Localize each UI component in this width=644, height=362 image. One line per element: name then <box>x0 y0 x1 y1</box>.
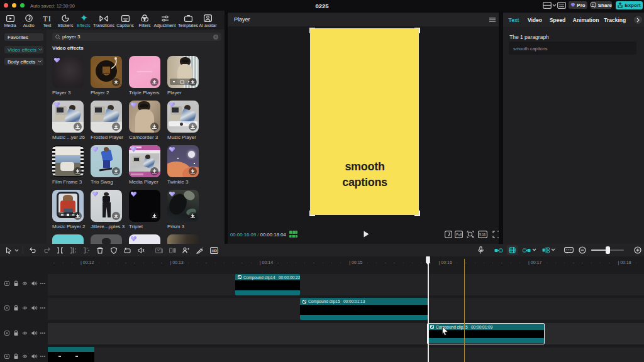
svg-text:Full: Full <box>456 233 462 236</box>
svg-text:9:16: 9:16 <box>479 233 486 236</box>
svg-text:HD: HD <box>211 249 217 253</box>
